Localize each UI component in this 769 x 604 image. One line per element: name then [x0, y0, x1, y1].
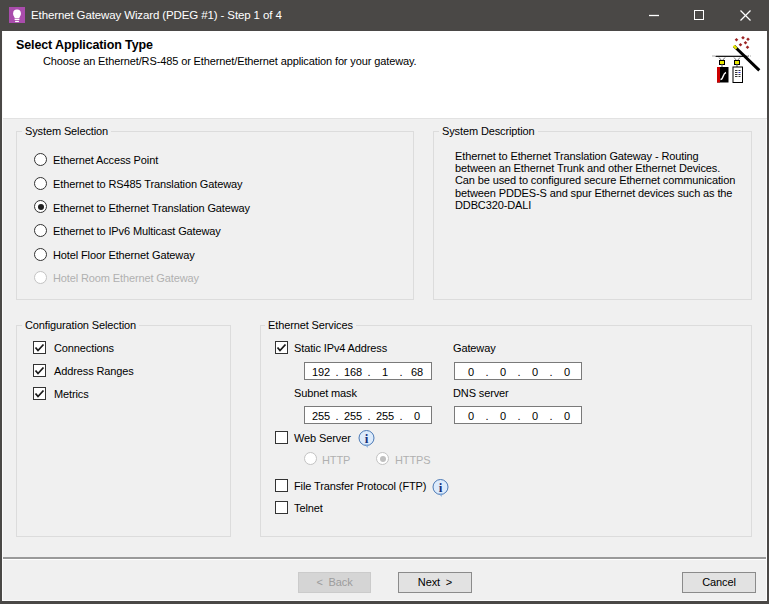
svg-text:i: i [365, 431, 369, 446]
svg-text:i: i [439, 480, 443, 495]
